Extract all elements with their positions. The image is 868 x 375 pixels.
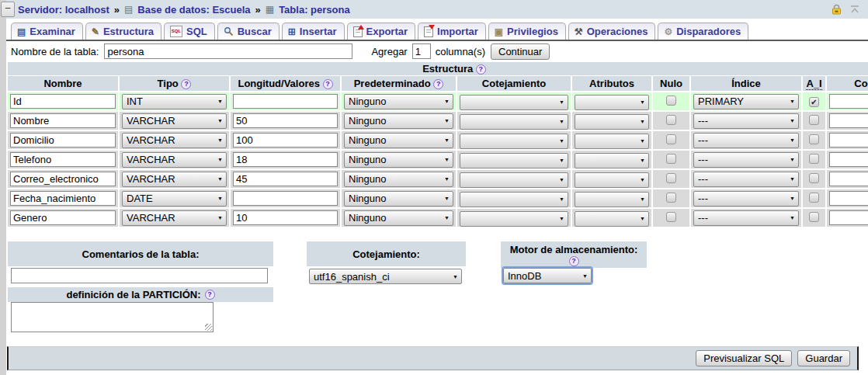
tab-operaciones[interactable]: ⚒ Operaciones <box>568 23 656 40</box>
column-index-select[interactable]: ---▼ <box>693 191 799 207</box>
column-ai-checkbox[interactable] <box>809 173 819 183</box>
continue-button[interactable]: Continuar <box>491 43 550 60</box>
column-null-checkbox[interactable] <box>666 193 676 203</box>
column-length-input[interactable] <box>233 133 338 148</box>
column-attributes-select[interactable]: ▼ <box>575 134 649 149</box>
column-length-input[interactable] <box>233 191 338 206</box>
column-default-select[interactable]: Ninguno▼ <box>344 133 453 148</box>
column-index-select[interactable]: ---▼ <box>693 172 799 187</box>
column-type-select[interactable]: VARCHAR▼ <box>122 152 227 168</box>
column-index-select[interactable]: PRIMARY▼ <box>693 94 799 109</box>
column-ai-checkbox[interactable]: ✔ <box>809 97 819 107</box>
help-icon[interactable]: ? <box>476 64 486 75</box>
column-name-input[interactable] <box>10 113 116 128</box>
breadcrumb-table-link[interactable]: Tabla: persona <box>279 4 350 16</box>
column-collation-select[interactable]: ▼ <box>460 114 568 130</box>
table-name-input[interactable] <box>104 43 352 59</box>
column-default-select[interactable]: Ninguno▼ <box>344 210 453 226</box>
column-ai-checkbox[interactable] <box>809 134 819 144</box>
tab-estructura[interactable]: ✎ Estructura <box>85 23 161 40</box>
column-index-select[interactable]: ---▼ <box>693 210 799 226</box>
tab-disparadores[interactable]: ⚙ Disparadores <box>658 23 748 40</box>
column-name-input[interactable] <box>10 172 116 186</box>
column-default-select[interactable]: Ninguno▼ <box>344 94 453 109</box>
column-collation-select[interactable]: ▼ <box>460 153 568 168</box>
help-icon[interactable]: ? <box>181 79 191 89</box>
column-collation-select[interactable]: ▼ <box>460 192 568 207</box>
column-name-input[interactable] <box>10 133 116 148</box>
column-null-checkbox[interactable] <box>666 212 676 222</box>
column-collation-select[interactable]: ▼ <box>460 172 568 188</box>
column-null-checkbox[interactable] <box>666 154 676 164</box>
column-type-select[interactable]: INT▼ <box>122 94 227 109</box>
column-collation-select[interactable]: ▼ <box>460 95 568 110</box>
column-name-input[interactable] <box>10 191 116 206</box>
column-comments-input[interactable] <box>829 210 868 225</box>
column-length-input[interactable] <box>233 94 338 109</box>
help-icon[interactable]: ? <box>433 79 443 89</box>
tab-buscar[interactable]: Buscar <box>217 23 279 40</box>
column-comments-input[interactable] <box>829 133 868 148</box>
column-comments-input[interactable] <box>829 152 868 167</box>
column-attributes-select[interactable]: ▼ <box>575 114 649 130</box>
column-name-input[interactable] <box>10 210 116 225</box>
help-icon[interactable]: ? <box>323 79 333 89</box>
column-ai-checkbox[interactable] <box>809 193 819 203</box>
column-comments-input[interactable] <box>829 113 868 128</box>
column-attributes-select[interactable]: ▼ <box>575 153 649 168</box>
column-attributes-select[interactable]: ▼ <box>575 95 649 110</box>
partition-definition-textarea[interactable] <box>11 302 214 332</box>
column-collation-select[interactable]: ▼ <box>460 134 568 149</box>
column-collation-select[interactable]: ▼ <box>460 211 568 227</box>
column-comments-input[interactable] <box>829 191 868 206</box>
column-type-select[interactable]: DATE▼ <box>122 191 227 207</box>
column-length-input[interactable] <box>233 113 338 128</box>
help-icon[interactable]: ? <box>569 256 579 266</box>
column-null-checkbox[interactable] <box>666 95 676 106</box>
textarea-resize-handle[interactable] <box>205 324 212 331</box>
column-attributes-select[interactable]: ▼ <box>575 192 649 207</box>
tab-insertar[interactable]: ⊞ Insertar <box>282 23 345 40</box>
column-null-checkbox[interactable] <box>666 115 676 125</box>
column-comments-input[interactable] <box>829 94 868 109</box>
tab-importar[interactable]: Importar <box>418 23 486 40</box>
table-comments-input[interactable] <box>11 268 268 283</box>
column-default-select[interactable]: Ninguno▼ <box>344 172 453 187</box>
column-ai-checkbox[interactable] <box>809 212 819 222</box>
column-ai-checkbox[interactable] <box>809 115 819 125</box>
column-null-checkbox[interactable] <box>666 173 676 183</box>
table-collation-select[interactable]: utf16_spanish_ci ▼ <box>309 269 462 284</box>
column-default-select[interactable]: Ninguno▼ <box>344 191 453 207</box>
column-type-select[interactable]: VARCHAR▼ <box>122 133 227 148</box>
column-type-select[interactable]: VARCHAR▼ <box>122 210 227 226</box>
breadcrumb-database-link[interactable]: Base de datos: Escuela <box>137 4 250 16</box>
column-null-checkbox[interactable] <box>666 134 676 144</box>
add-columns-count-input[interactable] <box>412 43 431 59</box>
tab-exportar[interactable]: Exportar <box>347 23 415 40</box>
column-length-input[interactable] <box>233 172 338 186</box>
column-attributes-select[interactable]: ▼ <box>575 211 649 227</box>
column-length-input[interactable] <box>233 210 338 225</box>
column-comments-input[interactable] <box>829 172 868 186</box>
column-attributes-select[interactable]: ▼ <box>575 172 649 188</box>
collapse-navigation-button[interactable]: – <box>1 2 15 17</box>
column-default-select[interactable]: Ninguno▼ <box>344 113 453 129</box>
tab-examinar[interactable]: ▤ Examinar <box>11 23 83 40</box>
tab-privilegios[interactable]: ▣ Privilegios <box>488 23 566 40</box>
column-index-select[interactable]: ---▼ <box>693 113 799 129</box>
preview-sql-button[interactable]: Previsualizar SQL <box>696 350 792 366</box>
scroll-top-icon[interactable] <box>849 5 860 15</box>
column-name-input[interactable] <box>10 152 116 167</box>
column-type-select[interactable]: VARCHAR▼ <box>122 113 227 129</box>
save-button[interactable]: Guardar <box>797 350 850 366</box>
column-index-select[interactable]: ---▼ <box>693 152 799 168</box>
column-index-select[interactable]: ---▼ <box>693 133 799 148</box>
tab-sql[interactable]: SQL SQL <box>164 23 215 40</box>
column-type-select[interactable]: VARCHAR▼ <box>122 172 227 187</box>
help-icon[interactable]: ? <box>205 290 215 300</box>
storage-engine-select[interactable]: InnoDB ▼ <box>503 268 592 283</box>
column-default-select[interactable]: Ninguno▼ <box>344 152 453 168</box>
breadcrumb-server-link[interactable]: Servidor: localhost <box>18 4 109 16</box>
column-length-input[interactable] <box>233 152 338 167</box>
column-ai-checkbox[interactable] <box>809 154 819 164</box>
